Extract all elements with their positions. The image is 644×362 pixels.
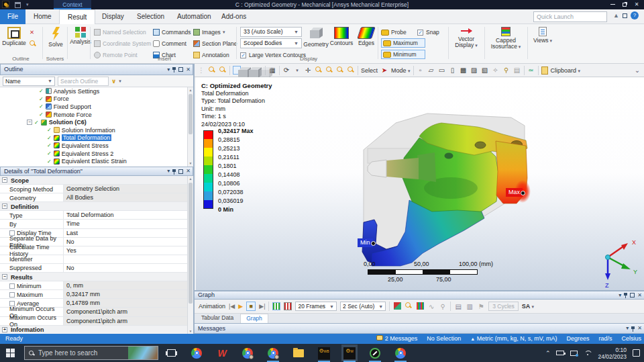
pan-icon[interactable]: ✛: [304, 66, 312, 74]
tab-file[interactable]: File: [0, 9, 25, 24]
wifi-icon[interactable]: [584, 350, 592, 356]
model-viewport[interactable]: C: Optimized Geometry Total Deformation …: [196, 77, 644, 290]
select-edges-icon[interactable]: ▱: [427, 66, 435, 74]
wand-icon[interactable]: ⚲: [502, 66, 511, 74]
select-element-faces-icon[interactable]: ▧: [481, 66, 489, 74]
ribbon-collapse-icon[interactable]: ▲: [613, 12, 619, 19]
maximum-toggle[interactable]: Maximum: [381, 38, 425, 48]
collapse-branch-icon[interactable]: −: [27, 120, 32, 125]
select-elements-icon[interactable]: ▨: [470, 66, 478, 74]
start-button[interactable]: [6, 349, 15, 357]
mechanical-button[interactable]: ⚙M: [341, 345, 358, 361]
details-maximize-icon[interactable]: [178, 169, 183, 174]
filter-caret-icon[interactable]: ▾: [119, 79, 121, 84]
workbench-button[interactable]: ⚙WB: [316, 345, 332, 361]
chrome2-button[interactable]: [392, 345, 409, 361]
tab-addons[interactable]: Add-ons: [213, 9, 254, 24]
extend-selection-icon[interactable]: ✧: [492, 66, 500, 74]
vector-display-button[interactable]: Vector Display ▾: [451, 26, 482, 48]
edges-button[interactable]: Edges: [354, 26, 379, 46]
tab-automation[interactable]: Automation: [169, 9, 219, 24]
section-plane-button[interactable]: Section Plane: [193, 39, 237, 48]
max-probe-tag[interactable]: Max: [506, 188, 523, 197]
tree-item-solution-information[interactable]: ✓Solution Information: [0, 126, 193, 134]
tree-item-force[interactable]: ✓Force: [0, 95, 193, 103]
battery-icon[interactable]: [556, 351, 564, 355]
messages-close-icon[interactable]: ✕: [637, 324, 642, 333]
expand-icon[interactable]: +: [2, 327, 7, 332]
named-selection-button[interactable]: Named Selection: [94, 28, 146, 37]
messages-count[interactable]: 2 Messages: [376, 334, 417, 344]
geometry-display-button[interactable]: Geometry: [303, 26, 329, 48]
scroll-thumb[interactable]: [189, 94, 193, 134]
expand-filter-icon[interactable]: ∨: [111, 78, 116, 85]
unit-system[interactable]: ▲ Metric (mm, kg, N, s, mV, mA): [470, 334, 557, 344]
select-nodes-icon[interactable]: ▩: [460, 66, 468, 74]
box-zoom-icon[interactable]: [325, 66, 333, 75]
details-row-max-occurs[interactable]: Maximum Occurs OnComponent1\pitch arm: [0, 317, 193, 326]
file-explorer-button[interactable]: [290, 345, 307, 361]
tree-item-equivalent-elastic-strain[interactable]: ✓Equivalent Elastic Strain: [0, 157, 193, 165]
scroll-up-icon[interactable]: ▲: [188, 87, 193, 93]
tab-display[interactable]: Display: [94, 9, 132, 24]
probe-time-icon[interactable]: ⚲: [439, 303, 447, 310]
rotate-caret-icon[interactable]: ▾: [293, 68, 301, 73]
details-row-minimum[interactable]: Minimum0, mm: [0, 281, 193, 290]
details-row-suppressed[interactable]: SuppressedNo: [0, 264, 193, 273]
outline-pin-icon[interactable]: [172, 66, 176, 73]
graph-pin-icon[interactable]: [624, 292, 627, 298]
sa-dropdown[interactable]: SA ▾: [522, 303, 534, 310]
notification-center-icon[interactable]: [633, 349, 640, 357]
filter-type-combobox[interactable]: Name▼: [3, 77, 55, 86]
toolbar-overflow-icon[interactable]: ⌄: [633, 66, 641, 74]
shaded-exterior-edges-icon[interactable]: [233, 66, 241, 75]
collapse-icon[interactable]: −: [2, 177, 7, 183]
graph-menu-icon[interactable]: ▾: [619, 291, 621, 299]
restore-button[interactable]: [619, 0, 631, 9]
distributed-frames-icon[interactable]: [272, 302, 280, 310]
minimum-checkbox[interactable]: [9, 283, 15, 289]
tree-scrollbar[interactable]: ▲ ▼: [187, 87, 193, 167]
save-icon[interactable]: [15, 2, 21, 8]
zoom-out-icon[interactable]: [219, 66, 227, 75]
capped-isosurface-button[interactable]: Capped Isosurface ▾: [487, 26, 525, 50]
find-button[interactable]: [30, 39, 36, 48]
chart-tool-icon[interactable]: ≃: [527, 66, 535, 74]
details-row-identifier[interactable]: Identifier: [0, 255, 193, 264]
result-sets-icon[interactable]: [284, 302, 292, 310]
result-scale-combobox[interactable]: 33 (Auto Scale)▼: [240, 27, 302, 37]
search-outline-input[interactable]: Search Outline: [58, 77, 109, 86]
help-icon[interactable]: ?: [631, 11, 639, 19]
tree-item-solution[interactable]: −✓Solution (C6): [0, 118, 193, 126]
chrome-button[interactable]: [189, 345, 205, 361]
duplicate-button[interactable]: Duplicate: [1, 26, 27, 46]
table-pane-icon[interactable]: ▥: [466, 303, 474, 310]
palette-icon[interactable]: [416, 302, 424, 311]
solve-button[interactable]: Solve: [43, 26, 68, 48]
tab-graph[interactable]: Graph: [240, 314, 268, 323]
chrome-profile1-button[interactable]: [239, 345, 256, 361]
zoom-capped-icon[interactable]: [347, 66, 355, 75]
tree-item-analysis-settings[interactable]: ✓Analysis Settings: [0, 87, 193, 95]
messages-menu-icon[interactable]: ▾: [626, 324, 629, 333]
taskbar-search[interactable]: Type here to search: [24, 346, 158, 360]
clipboard-dropdown[interactable]: Clipboard ▾: [551, 67, 581, 74]
tray-expand-icon[interactable]: ⌃: [545, 350, 551, 357]
outline-maximize-icon[interactable]: [178, 67, 183, 72]
chrome-profile2-button[interactable]: [265, 345, 281, 361]
duration-combobox[interactable]: 2 Sec (Auto)▼: [340, 302, 386, 311]
details-scrollbar[interactable]: ▲ ▼: [187, 176, 193, 334]
details-row-by[interactable]: ByTime: [0, 220, 193, 228]
graph-maximize-icon[interactable]: [630, 293, 635, 298]
select-bodies-icon[interactable]: ▯: [449, 66, 457, 74]
outline-close-icon[interactable]: ✕: [186, 64, 191, 75]
tab-home[interactable]: Home: [25, 9, 60, 24]
tree-item-equivalent-stress-2[interactable]: ✓Equivalent Stress 2: [0, 150, 193, 158]
select-vertices-icon[interactable]: ▫: [417, 66, 425, 74]
quick-launch-input[interactable]: Quick Launch: [533, 11, 607, 22]
angular-rate-unit[interactable]: rad/s: [598, 334, 612, 344]
details-pin-icon[interactable]: [172, 169, 176, 175]
details-section-definition[interactable]: −Definition: [0, 202, 193, 211]
toolbar-drag-handle[interactable]: ⋮: [197, 66, 205, 74]
details-menu-icon[interactable]: ▾: [167, 167, 170, 175]
